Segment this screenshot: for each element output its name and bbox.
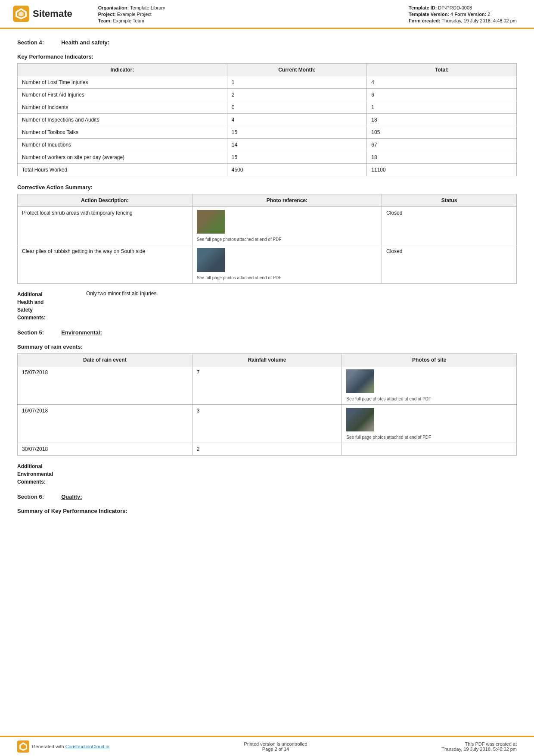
main-content: Section 4: Health and safety: Key Perfor… — [0, 29, 534, 736]
kpi-current: 2 — [227, 89, 367, 101]
footer-created-label: This PDF was created at — [396, 741, 517, 747]
rain-date: 30/07/2018 — [18, 443, 192, 456]
rain-row: 16/07/2018 3 See full page photos attach… — [18, 405, 517, 443]
footer-uncontrolled: Printed version is uncontrolled — [155, 741, 396, 747]
rain-photo-thumbnail — [346, 408, 374, 431]
section5-heading: Section 5: Environmental: — [17, 329, 517, 336]
kpi-row: Number of Toolbox Talks 15 105 — [18, 126, 517, 139]
kpi-current: 15 — [227, 151, 367, 164]
photo-thumbnail — [197, 210, 225, 234]
footer: Generated with ConstructionCloud.io Prin… — [0, 736, 534, 756]
env-comments-block: AdditionalEnvironmentalComments: — [17, 462, 517, 486]
corrective-status: Closed — [382, 207, 517, 245]
template-id-field: Template ID: DP-PROD-0003 — [409, 5, 517, 10]
photo-caption: See full page photos attached at end of … — [197, 275, 377, 280]
health-comments-block: AdditionalHealth andSafetyComments: Only… — [17, 291, 517, 322]
sitemate-logo-icon — [13, 6, 29, 22]
section4-heading: Section 4: Health and safety: — [17, 39, 517, 46]
rain-photo-cell: See full page photos attached at end of … — [346, 369, 512, 401]
rain-col-rainfall: Rainfall volume — [192, 354, 342, 366]
kpi-indicator: Number of First Aid Injuries — [18, 89, 227, 101]
header: Sitemate Organisation: Template Library … — [0, 0, 534, 29]
kpi-current: 1 — [227, 76, 367, 89]
photo-cell: See full page photos attached at end of … — [197, 210, 377, 242]
kpi-indicator: Number of Toolbox Talks — [18, 126, 227, 139]
kpi-indicator: Number of Inspections and Audits — [18, 114, 227, 126]
kpi-col-current: Current Month: — [227, 64, 367, 76]
footer-created-value: Thursday, 19 July 2018, 5:40:02 pm — [396, 747, 517, 752]
kpi-total: 67 — [367, 139, 517, 151]
kpi-row: Number of Lost Time Injuries 1 4 — [18, 76, 517, 89]
kpi-col-total: Total: — [367, 64, 517, 76]
kpi-row: Total Hours Worked 4500 11100 — [18, 164, 517, 176]
corrective-row: Clear piles of rubbish getting in the wa… — [18, 245, 517, 284]
kpi-row: Number of First Aid Injuries 2 6 — [18, 89, 517, 101]
header-meta: Organisation: Template Library Project: … — [98, 4, 517, 23]
rain-col-photos: Photos of site — [342, 354, 517, 366]
org-field: Organisation: Template Library — [98, 5, 165, 10]
kpi-current: 4500 — [227, 164, 367, 176]
rain-date: 16/07/2018 — [18, 405, 192, 443]
rain-row: 30/07/2018 2 — [18, 443, 517, 456]
photo-thumbnail — [197, 248, 225, 272]
kpi-indicator: Number of Lost Time Injuries — [18, 76, 227, 89]
corrective-status: Closed — [382, 245, 517, 284]
rain-photo-cell: See full page photos attached at end of … — [346, 408, 512, 440]
health-comments-label: AdditionalHealth andSafetyComments: — [17, 291, 86, 322]
corrective-action: Protect local shrub areas with temporary… — [18, 207, 192, 245]
section4-title: Health and safety: — [61, 39, 109, 46]
kpi-heading: Key Performance Indicators: — [17, 53, 517, 60]
kpi-row: Number of Inductions 14 67 — [18, 139, 517, 151]
template-version-field: Template Version: 4 Form Version: 2 — [409, 12, 517, 17]
kpi-current: 15 — [227, 126, 367, 139]
section6-label: Section 6: — [17, 494, 44, 500]
kpi-indicator: Number of Inductions — [18, 139, 227, 151]
kpi-total: 1 — [367, 101, 517, 114]
kpi-indicator: Total Hours Worked — [18, 164, 227, 176]
team-field: Team: Example Team — [98, 18, 165, 23]
rain-photo-caption: See full page photos attached at end of … — [346, 435, 512, 440]
footer-link[interactable]: ConstructionCloud.io — [65, 744, 109, 749]
corrective-row: Protect local shrub areas with temporary… — [18, 207, 517, 245]
kpi-total: 18 — [367, 151, 517, 164]
kpi-current: 0 — [227, 101, 367, 114]
project-field: Project: Example Project — [98, 12, 165, 17]
kpi-row: Number of Incidents 0 1 — [18, 101, 517, 114]
corrective-photo: See full page photos attached at end of … — [192, 245, 382, 284]
kpi-total: 18 — [367, 114, 517, 126]
kpi-total: 105 — [367, 126, 517, 139]
footer-right: This PDF was created at Thursday, 19 Jul… — [396, 741, 517, 752]
footer-logo-icon — [17, 740, 29, 753]
footer-generated-text: Generated with ConstructionCloud.io — [32, 744, 109, 749]
kpi-current: 14 — [227, 139, 367, 151]
rain-photo-caption: See full page photos attached at end of … — [346, 397, 512, 401]
rain-rainfall: 3 — [192, 405, 342, 443]
logo-text: Sitemate — [33, 8, 72, 19]
kpi-indicator: Number of workers on site per day (avera… — [18, 151, 227, 164]
corrective-heading: Corrective Action Summary: — [17, 184, 517, 191]
rain-heading: Summary of rain events: — [17, 344, 517, 350]
kpi-row: Number of workers on site per day (avera… — [18, 151, 517, 164]
env-comments-label: AdditionalEnvironmentalComments: — [17, 462, 86, 486]
kpi-indicator: Number of Incidents — [18, 101, 227, 114]
kpi-total: 6 — [367, 89, 517, 101]
rain-photos — [342, 443, 517, 456]
footer-center: Printed version is uncontrolled Page 2 o… — [155, 741, 396, 752]
section6-heading: Section 6: Quality: — [17, 494, 517, 500]
health-comments-value: Only two minor first aid injuries. — [86, 291, 158, 322]
kpi-total: 4 — [367, 76, 517, 89]
corrective-table: Action Description: Photo reference: Sta… — [17, 194, 517, 284]
photo-caption: See full page photos attached at end of … — [197, 237, 377, 242]
quality-kpi-heading: Summary of Key Performance Indicators: — [17, 508, 517, 514]
page: Sitemate Organisation: Template Library … — [0, 0, 534, 756]
rain-rainfall: 7 — [192, 366, 342, 405]
header-meta-left: Organisation: Template Library Project: … — [98, 5, 165, 23]
section5-label: Section 5: — [17, 329, 44, 336]
rain-row: 15/07/2018 7 See full page photos attach… — [18, 366, 517, 405]
rain-table: Date of rain event Rainfall volume Photo… — [17, 353, 517, 456]
kpi-table: Indicator: Current Month: Total: Number … — [17, 63, 517, 176]
section4-label: Section 4: — [17, 39, 44, 46]
photo-cell: See full page photos attached at end of … — [197, 248, 377, 280]
rain-date: 15/07/2018 — [18, 366, 192, 405]
rain-rainfall: 2 — [192, 443, 342, 456]
